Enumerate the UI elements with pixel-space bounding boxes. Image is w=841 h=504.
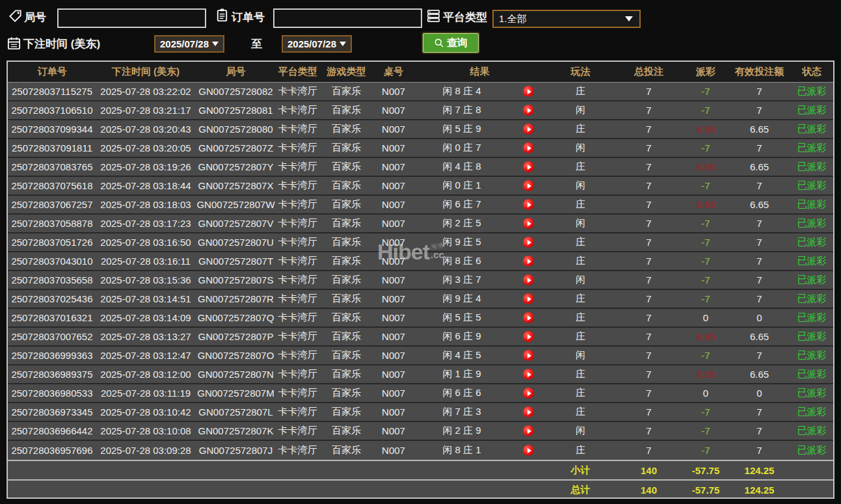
cell-valid-bet: 0 (728, 384, 790, 402)
replay-button[interactable] (523, 312, 534, 323)
cell-bet-time: 2025-07-28 03:16:11 (96, 252, 195, 270)
col-header-bet-time: 下注时间 (美东) (96, 62, 195, 82)
cell-payout: -7 (683, 422, 728, 440)
platform-select[interactable]: 1.全部 (492, 10, 641, 28)
cell-result: 闲 6 庄 9 (413, 328, 511, 345)
platform-icon (426, 8, 441, 23)
cell-payout: -7 (683, 271, 728, 289)
replay-button[interactable] (523, 350, 534, 361)
cell-total-bet: 7 (615, 403, 683, 421)
cell-order-no: 250728036989375 (8, 365, 96, 383)
cell-total-bet: 7 (615, 290, 683, 308)
cell-play-type: 庄 (546, 309, 615, 326)
cell-platform-type: 卡卡湾厅 (276, 233, 319, 251)
game-no-input[interactable] (57, 8, 206, 28)
replay-button[interactable] (523, 406, 534, 418)
replay-button[interactable] (523, 161, 534, 172)
cell-bet-time: 2025-07-28 03:15:36 (96, 271, 195, 289)
play-icon (527, 240, 531, 245)
date-from-select[interactable]: 2025/07/28 (154, 35, 224, 53)
cell-platform-type: 卡卡湾厅 (276, 403, 319, 421)
cell-order-no: 250728037051726 (8, 233, 96, 251)
cell-order-no: 250728037025436 (8, 290, 96, 308)
cell-status: 已派彩 (790, 196, 833, 213)
cell-total-bet: 7 (615, 347, 683, 364)
cell-game-type: 百家乐 (319, 422, 374, 440)
cell-valid-bet: 7 (728, 83, 790, 100)
cell-game-no: GN0072572807V (195, 215, 276, 232)
cell-play-type: 庄 (546, 384, 615, 402)
date-to-select[interactable]: 2025/07/28 (282, 35, 352, 53)
replay-button[interactable] (523, 237, 534, 248)
cell-play-type: 闲 (546, 139, 615, 157)
cell-status: 已派彩 (790, 365, 833, 383)
cell-status: 已派彩 (790, 158, 833, 176)
cell-bet-time: 2025-07-28 03:14:51 (96, 290, 195, 308)
replay-button[interactable] (523, 142, 534, 153)
cell-total-bet: 7 (615, 271, 683, 289)
cell-result: 闲 0 庄 1 (413, 177, 511, 194)
play-icon (527, 89, 531, 94)
cell-total-bet: 7 (615, 441, 683, 460)
cell-order-no: 250728036966442 (8, 422, 96, 440)
cell-replay (511, 233, 546, 251)
cell-game-no: GN0072572807Z (195, 139, 276, 157)
order-no-input[interactable] (273, 8, 422, 28)
replay-button[interactable] (523, 388, 534, 399)
cell-valid-bet: 7 (728, 271, 790, 289)
cell-platform-type: 卡卡湾厅 (276, 139, 319, 157)
cell-valid-bet: 7 (728, 233, 790, 251)
replay-button[interactable] (523, 369, 534, 380)
cell-game-type: 百家乐 (319, 215, 374, 232)
replay-button[interactable] (523, 256, 534, 267)
col-header-order-no: 订单号 (8, 62, 96, 82)
cell-platform-type: 卡卡湾厅 (276, 422, 319, 440)
cell-status: 已派彩 (790, 215, 833, 232)
cell-platform-type: 卡卡湾厅 (276, 290, 319, 308)
cell-total-bet: 7 (615, 215, 683, 232)
replay-button[interactable] (523, 124, 534, 135)
cell-game-type: 百家乐 (319, 177, 374, 194)
cell-bet-time: 2025-07-28 03:21:17 (96, 101, 195, 119)
cell-bet-time: 2025-07-28 03:16:50 (96, 233, 195, 251)
replay-button[interactable] (523, 425, 534, 436)
cell-payout: -7 (683, 441, 728, 460)
cell-play-type: 闲 (546, 422, 615, 440)
cell-replay (511, 83, 546, 100)
search-button[interactable]: 查询 (423, 33, 479, 53)
replay-button[interactable] (523, 293, 534, 304)
replay-button[interactable] (523, 218, 534, 229)
replay-button[interactable] (523, 274, 534, 285)
cell-game-no: GN0072572807N (195, 365, 276, 383)
cell-game-type: 百家乐 (319, 120, 374, 138)
replay-button[interactable] (523, 331, 534, 342)
to-label: 至 (251, 35, 262, 53)
cell-game-no: GN0072572807O (195, 347, 276, 364)
chevron-down-icon (625, 16, 633, 21)
replay-button[interactable] (523, 199, 534, 210)
cell-order-no: 250728037106510 (8, 101, 96, 119)
table-row: 250728037083765 2025-07-28 03:19:26 GN00… (8, 158, 833, 177)
cell-payout: -7 (683, 215, 728, 232)
cell-replay (511, 177, 546, 194)
col-header-total-bet: 总投注 (615, 62, 683, 82)
cell-valid-bet: 7 (728, 215, 790, 232)
subtotal-row: 小计 140 -57.75 124.25 (8, 460, 833, 479)
cell-table-no: N007 (374, 309, 413, 326)
replay-button[interactable] (523, 180, 534, 191)
cell-table-no: N007 (374, 441, 413, 460)
chevron-down-icon (340, 42, 346, 46)
cell-total-bet: 7 (615, 422, 683, 440)
play-icon (527, 429, 531, 434)
cell-bet-time: 2025-07-28 03:09:28 (96, 441, 195, 460)
table-row: 250728037058878 2025-07-28 03:17:23 GN00… (8, 215, 833, 233)
cell-payout: -7 (683, 403, 728, 421)
cell-bet-time: 2025-07-28 03:11:19 (96, 384, 195, 402)
replay-button[interactable] (523, 86, 534, 97)
cell-game-no: GN00725728082 (195, 83, 276, 100)
col-header-status: 状态 (790, 62, 833, 82)
cell-game-no: GN0072572807T (195, 252, 276, 270)
replay-button[interactable] (523, 445, 534, 456)
replay-button[interactable] (523, 105, 534, 116)
cell-valid-bet: 0 (728, 309, 790, 326)
